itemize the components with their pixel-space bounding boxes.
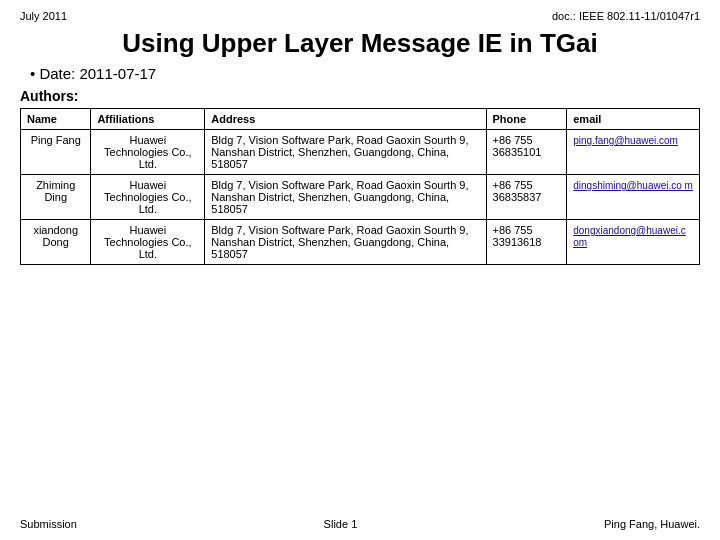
table-header-row: Name Affiliations Address Phone email [21, 109, 700, 130]
table-row: Ping FangHuawei Technologies Co., Ltd.Bl… [21, 130, 700, 175]
email-value[interactable]: dingshiming@huawei.co m [573, 180, 693, 191]
subtitle: • Date: 2011-07-17 [30, 65, 700, 82]
cell-phone: +86 755 36835837 [486, 175, 567, 220]
cell-email: dongxiandong@huawei.c om [567, 220, 700, 265]
header-left: July 2011 [20, 10, 67, 22]
cell-address: Bldg 7, Vision Software Park, Road Gaoxi… [205, 175, 486, 220]
cell-address: Bldg 7, Vision Software Park, Road Gaoxi… [205, 130, 486, 175]
header-right: doc.: IEEE 802.11-11/01047r1 [552, 10, 700, 22]
page-title: Using Upper Layer Message IE in TGai [20, 28, 700, 59]
cell-name: xiandong Dong [21, 220, 91, 265]
table-row: xiandong DongHuawei Technologies Co., Lt… [21, 220, 700, 265]
cell-name: Ping Fang [21, 130, 91, 175]
cell-name: Zhiming Ding [21, 175, 91, 220]
email-value[interactable]: dongxiandong@huawei.c om [573, 225, 685, 248]
cell-email: ping.fang@huawei.com [567, 130, 700, 175]
footer-left: Submission [20, 518, 77, 530]
page: July 2011 doc.: IEEE 802.11-11/01047r1 U… [0, 0, 720, 540]
footer-center: Slide 1 [324, 518, 358, 530]
cell-phone: +86 755 36835101 [486, 130, 567, 175]
col-affiliations: Affiliations [91, 109, 205, 130]
header: July 2011 doc.: IEEE 802.11-11/01047r1 [20, 10, 700, 22]
footer: Submission Slide 1 Ping Fang, Huawei. [20, 510, 700, 530]
col-email: email [567, 109, 700, 130]
cell-email: dingshiming@huawei.co m [567, 175, 700, 220]
col-address: Address [205, 109, 486, 130]
cell-phone: +86 755 33913618 [486, 220, 567, 265]
cell-affiliation: Huawei Technologies Co., Ltd. [91, 130, 205, 175]
cell-affiliation: Huawei Technologies Co., Ltd. [91, 175, 205, 220]
authors-label: Authors: [20, 88, 700, 104]
table-row: Zhiming DingHuawei Technologies Co., Ltd… [21, 175, 700, 220]
col-name: Name [21, 109, 91, 130]
cell-affiliation: Huawei Technologies Co., Ltd. [91, 220, 205, 265]
cell-address: Bldg 7, Vision Software Park, Road Gaoxi… [205, 220, 486, 265]
email-value[interactable]: ping.fang@huawei.com [573, 135, 678, 146]
footer-right: Ping Fang, Huawei. [604, 518, 700, 530]
authors-table: Name Affiliations Address Phone email Pi… [20, 108, 700, 265]
col-phone: Phone [486, 109, 567, 130]
